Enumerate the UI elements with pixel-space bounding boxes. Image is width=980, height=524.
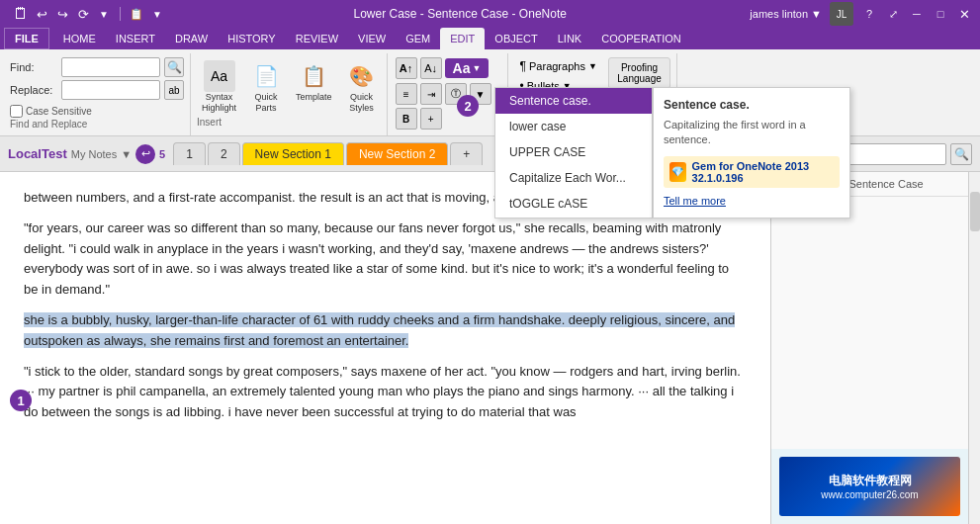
page-tab-2[interactable]: 2 (208, 142, 240, 165)
tab-link[interactable]: LINK (548, 28, 591, 49)
main-area: between numbers, and a first-rate accomp… (0, 172, 980, 524)
indent-btn[interactable]: ⇥ (420, 83, 442, 105)
page-tab-add[interactable]: + (450, 142, 483, 165)
paragraphs-btn[interactable]: ¶ Paragraphs ▼ (516, 57, 603, 75)
highlighted-text: she is a bubbly, husky, larger-than-life… (24, 312, 735, 348)
onenote-logo: 🗒 (12, 5, 30, 23)
more-btn2[interactable]: + (420, 108, 442, 130)
quick-styles-label: Quick Styles (349, 92, 374, 114)
syntax-highlight-btn[interactable]: Aa Syntax Highlight (197, 57, 241, 117)
scroll-thumb[interactable] (970, 192, 980, 231)
right-sidebar: Lower Case - Sentence Case 电脑软件教程网 www.c… (770, 172, 968, 524)
title-bar-left: 🗒 ↩ ↪ ⟳ ▼ 📋 ▼ (8, 5, 170, 23)
back-steps: 5 (159, 148, 165, 160)
find-input[interactable] (61, 57, 160, 77)
notebook-back-btn[interactable]: ↩ (135, 144, 155, 164)
aa-dropdown-btn[interactable]: Aa ▼ (445, 58, 490, 78)
tooltip-product-name: Gem for OneNote 2013 32.1.0.196 (692, 160, 834, 184)
tab-home[interactable]: HOME (53, 28, 106, 49)
tab-history[interactable]: HISTORY (218, 28, 286, 49)
user-avatar: JL (830, 2, 853, 26)
replace-label: Replace: (10, 84, 57, 96)
badge-1: 1 (10, 390, 32, 411)
align-left-btn[interactable]: ≡ (396, 83, 417, 105)
template-label: Template (296, 92, 332, 103)
template-btn[interactable]: 📋 Template (291, 57, 337, 106)
case-dropdown-menu: Sentence case. lower case UPPER CASE Cap… (494, 87, 653, 218)
find-replace-group-label: Find and Replace (10, 119, 184, 131)
tooltip-product: 💎 Gem for OneNote 2013 32.1.0.196 (664, 156, 840, 188)
page-tab-1[interactable]: 1 (173, 142, 206, 165)
page-search-btn[interactable]: 🔍 (950, 143, 972, 165)
tab-file[interactable]: FILE (4, 28, 49, 49)
badge-2: 2 (457, 95, 479, 117)
scroll-bar[interactable] (968, 172, 980, 524)
tab-cooperation[interactable]: COOPERATION (591, 28, 690, 49)
tooltip-title: Sentence case. (664, 98, 840, 112)
tab-view[interactable]: VIEW (348, 28, 396, 49)
title-bar: 🗒 ↩ ↪ ⟳ ▼ 📋 ▼ Lower Case - Sentence Case… (0, 0, 980, 28)
dropdown-upper-case[interactable]: UPPER CASE (495, 139, 652, 165)
font-grow-btn[interactable]: A↑ (396, 57, 417, 79)
sync-btn[interactable]: ⟳ (74, 5, 92, 23)
maximize-btn[interactable]: □ (933, 6, 948, 22)
insert-group: Aa Syntax Highlight 📄 Quick Parts 📋 Temp… (193, 53, 388, 135)
proofing-language-btn[interactable]: Proofing Language (608, 57, 670, 89)
ribbon-tab-bar: FILE HOME INSERT DRAW HISTORY REVIEW VIE… (0, 28, 980, 49)
dropdown-capitalize[interactable]: Capitalize Each Wor... (495, 165, 652, 191)
sidebar-content (771, 197, 968, 449)
user-name: james linton ▼ (750, 8, 822, 20)
tooltip-description: Capitalizing the first word in a sentenc… (664, 118, 840, 148)
tab-gem[interactable]: GEM (396, 28, 440, 49)
forward-btn[interactable]: ↪ (53, 5, 71, 23)
tab-insert[interactable]: INSERT (106, 28, 165, 49)
title-bar-right: james linton ▼ JL ? ⤢ ─ □ ✕ (750, 2, 972, 26)
page-tab-new-section-2[interactable]: New Section 2 (346, 142, 448, 165)
dropdown-container: Sentence case. lower case UPPER CASE Cap… (494, 87, 850, 218)
bold-btn[interactable]: B (396, 108, 417, 130)
quick-styles-btn[interactable]: 🎨 Quick Styles (341, 57, 383, 117)
content-text: between numbers, and a first-rate accomp… (24, 188, 747, 423)
dropdown-toggle-case[interactable]: tOGGLE cASE (495, 191, 652, 217)
case-sensitive-checkbox[interactable] (10, 105, 23, 118)
tab-object[interactable]: OBJECT (485, 28, 547, 49)
replace-input[interactable] (61, 80, 160, 100)
notebook-subtitle: My Notes (71, 148, 117, 160)
restore-btn[interactable]: ⤢ (885, 6, 901, 22)
minimize-btn[interactable]: ─ (909, 6, 925, 22)
quick-parts-label: Quick Parts (255, 92, 278, 114)
find-label: Find: (10, 61, 57, 73)
quick-parts-btn[interactable]: 📄 Quick Parts (245, 57, 287, 117)
paragraphs-label: Paragraphs (529, 60, 585, 72)
content-area: between numbers, and a first-rate accomp… (0, 172, 770, 524)
find-row: Find: 🔍 (10, 57, 184, 77)
back-btn[interactable]: ↩ (33, 5, 50, 23)
tab-review[interactable]: REVIEW (286, 28, 348, 49)
find-search-btn[interactable]: 🔍 (164, 57, 184, 77)
proofing-language-label: Proofing Language (617, 62, 662, 84)
quick-access-toolbar: 🗒 ↩ ↪ ⟳ ▼ 📋 ▼ (8, 5, 170, 23)
tooltip-popup: Sentence case. Capitalizing the first wo… (653, 87, 850, 218)
dropdown-sentence-case[interactable]: Sentence case. (495, 88, 652, 114)
case-sensitive-label: Case Sensitive (26, 106, 92, 117)
paragraph-4: "i stick to the older, standard songs by… (24, 362, 747, 423)
tooltip-tell-more[interactable]: Tell me more (664, 195, 726, 207)
syntax-highlight-label: Syntax Highlight (202, 92, 236, 114)
qat-more2[interactable]: ▼ (148, 5, 166, 23)
page-tab-new-section-1[interactable]: New Section 1 (242, 142, 344, 165)
aa-dropdown-icon: ▼ (472, 63, 481, 73)
tab-edit[interactable]: EDIT (440, 28, 485, 49)
font-shrink-btn[interactable]: A↓ (420, 57, 442, 79)
qat-more[interactable]: ▼ (95, 5, 113, 23)
replace-icon: ab (164, 80, 184, 100)
tooltip-product-icon: 💎 (669, 162, 686, 182)
dropdown-lower-case[interactable]: lower case (495, 114, 652, 139)
tab-draw[interactable]: DRAW (165, 28, 218, 49)
notebook-arrow: ▼ (121, 148, 132, 160)
notebook-name[interactable]: LocalTest (8, 146, 67, 161)
help-btn[interactable]: ? (861, 6, 877, 22)
paragraphs-icon: ¶ (520, 59, 526, 73)
replace-row: Replace: ab (10, 80, 184, 100)
close-btn[interactable]: ✕ (956, 6, 972, 22)
snap-btn[interactable]: 📋 (128, 5, 145, 23)
